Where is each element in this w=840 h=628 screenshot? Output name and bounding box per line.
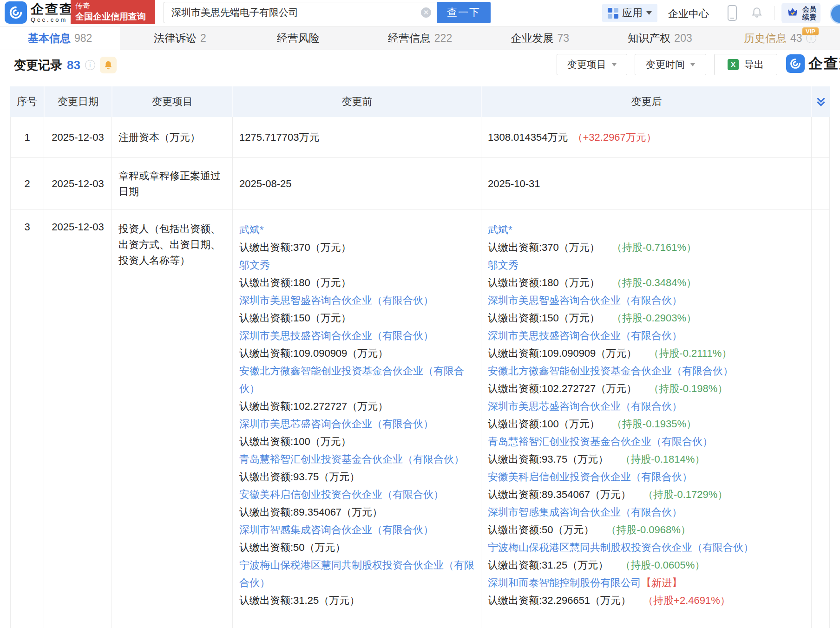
investor-link[interactable]: 安徽北方微鑫智能创业投资基金合伙企业（有限合伙） (488, 365, 733, 377)
change-records-section-bar: 变更记录 83 i 变更项目 变更时间 X 导出 企查查 (0, 50, 840, 79)
top-header: 企查查 Qcc.com 传奇 全国企业信用查询 ✕ 查一下 应用 企业中心 会员… (0, 0, 840, 26)
promo-line1: 传奇 (75, 1, 151, 11)
vip-renew-line1: 会员 (802, 5, 816, 13)
tab-basic-info[interactable]: 基本信息982 (0, 26, 120, 50)
logo-subtitle: Qcc.com (31, 16, 74, 23)
investor-link[interactable]: 深圳和而泰智能控制股份有限公司 (488, 577, 641, 589)
investor-amount: 认缴出资额:150（万元） (239, 309, 474, 327)
tab-intellectual-property[interactable]: 知识产权203 (600, 26, 720, 50)
vip-badge: VIP (802, 27, 819, 35)
tab-business-risk[interactable]: 经营风险 (240, 26, 360, 50)
investor-link[interactable]: 安徽美科启信创业投资合伙企业（有限合伙） (239, 489, 444, 500)
investor-amount: 认缴出资额:100（万元） (239, 433, 474, 451)
investor-link[interactable]: 武斌* (239, 224, 264, 236)
row-after-value: 2025-10-31 (481, 158, 811, 209)
investor-amount: 认缴出资额:180（万元） (239, 274, 474, 292)
investor-amount: 认缴出资额:100（万元）（持股-0.1935%） (488, 415, 805, 433)
col-header-item: 变更项目 (112, 86, 232, 117)
search-button[interactable]: 查一下 (437, 2, 491, 23)
mobile-app-icon[interactable] (728, 5, 737, 21)
investor-link[interactable]: 宁波梅山保税港区慧同共制股权投资合伙企业（有限合伙） (239, 559, 474, 589)
investor-link[interactable]: 深圳市智感集成咨询合伙企业（有限合伙） (488, 506, 682, 518)
col-header-before: 变更前 (232, 86, 481, 117)
investor-link[interactable]: 深圳市美思芯盛咨询合伙企业（有限合伙） (239, 418, 433, 430)
row-no: 1 (10, 117, 44, 157)
caret-down-icon (646, 11, 652, 15)
notifications-bell-icon[interactable] (751, 6, 763, 21)
section-info-icon[interactable]: i (85, 60, 95, 70)
export-button[interactable]: X 导出 (714, 54, 777, 75)
investor-link[interactable]: 宁波梅山保税港区慧同共制股权投资合伙企业（有限合伙） (488, 542, 754, 553)
share-change: （持股-0.2111%） (649, 347, 732, 359)
table-row: 2 2025-12-03 章程或章程修正案通过日期 2025-08-25 202… (10, 158, 830, 210)
capital-increase-delta: （+32.2967万元） (572, 131, 656, 144)
section-count: 83 (67, 58, 80, 72)
investor-link[interactable]: 安徽北方微鑫智能创业投资基金合伙企业（有限合伙） (239, 365, 464, 394)
investor-link[interactable]: 深圳市美思技盛咨询合伙企业（有限合伙） (239, 330, 433, 341)
qcc-logo-icon (5, 1, 27, 24)
investor-link[interactable]: 武斌* (488, 224, 512, 236)
filter-change-time-dropdown[interactable]: 变更时间 (635, 54, 706, 75)
nav-apps-menu[interactable]: 应用 (602, 4, 657, 22)
investor-link[interactable]: 深圳市智感集成咨询合伙企业（有限合伙） (239, 524, 433, 536)
investor-amount: 认缴出资额:370（万元） (239, 239, 474, 256)
nav-enterprise-center[interactable]: 企业中心 (668, 7, 709, 21)
nav-apps-label: 应用 (622, 6, 643, 20)
investor-amount: 认缴出资额:370（万元）（持股-0.7161%） (488, 239, 805, 256)
investor-link[interactable]: 安徽美科启信创业投资合伙企业（有限合伙） (488, 471, 692, 483)
share-change: （持股-0.2903%） (612, 312, 696, 324)
tab-business-info[interactable]: 经营信息222 (360, 26, 480, 50)
row-item: 注册资本（万元） (112, 117, 232, 157)
logo-title: 企查查 (31, 2, 74, 16)
investor-amount: 认缴出资额:93.75（万元）（持股-0.1814%） (488, 451, 805, 468)
investor-link[interactable]: 深圳市美思智盛咨询合伙企业（有限合伙） (239, 294, 433, 306)
row-no: 2 (10, 158, 44, 209)
row-date: 2025-12-03 (44, 210, 112, 628)
share-change: （持股-0.1729%） (643, 489, 728, 500)
vip-crown-icon (786, 5, 800, 21)
share-change: （持股-0.1935%） (612, 418, 696, 430)
promo-banner[interactable]: 传奇 全国企业信用查询 (71, 0, 155, 24)
monitor-bell-button[interactable] (100, 57, 117, 73)
share-change: （持股-0.1814%） (620, 453, 705, 465)
floating-widget-partial[interactable] (830, 4, 840, 24)
col-header-no: 序号 (10, 86, 44, 117)
excel-icon: X (728, 59, 739, 70)
row-no: 3 (10, 210, 44, 628)
qcc-logo[interactable]: 企查查 Qcc.com (5, 1, 74, 24)
row-before-investors: 武斌*认缴出资额:370（万元）邬文秀认缴出资额:180（万元）深圳市美思智盛咨… (232, 210, 481, 628)
investor-link[interactable]: 深圳市美思智盛咨询合伙企业（有限合伙） (488, 294, 682, 306)
investor-link[interactable]: 邬文秀 (488, 259, 518, 271)
investor-amount: 认缴出资额:93.75（万元） (239, 468, 474, 486)
table-row: 1 2025-12-03 注册资本（万元） 1275.717703万元 1308… (10, 117, 830, 158)
investor-amount: 认缴出资额:50（万元） (239, 539, 474, 556)
vip-renew-line2: 续费 (802, 13, 816, 21)
row-after-value: 1308.014354万元 （+32.2967万元） (481, 117, 811, 157)
investor-link[interactable]: 深圳市美思芯盛咨询合伙企业（有限合伙） (488, 400, 682, 412)
share-change: （持股-0.7161%） (612, 242, 696, 253)
share-change: （持股-0.198%） (649, 383, 728, 394)
search-input[interactable] (164, 2, 437, 23)
vip-renew-button[interactable]: 会员 续费 (781, 3, 820, 23)
filter-change-item-dropdown[interactable]: 变更项目 (557, 54, 627, 75)
caret-down-icon (612, 63, 617, 66)
expand-all-icon[interactable] (811, 86, 830, 117)
company-tabs: 基本信息982 法律诉讼2 经营风险 经营信息222 企业发展73 知识产权20… (0, 26, 840, 50)
investor-amount: 认缴出资额:89.354067（万元）（持股-0.1729%） (488, 486, 805, 504)
apps-grid-icon (608, 8, 618, 19)
tab-enterprise-development[interactable]: 企业发展73 (480, 26, 600, 50)
share-change: （持股-0.0968%） (606, 524, 691, 536)
investor-link[interactable]: 深圳市美思技盛咨询合伙企业（有限合伙） (488, 330, 682, 341)
investor-link[interactable]: 邬文秀 (239, 259, 270, 271)
share-change: （持股-0.0605%） (620, 559, 705, 571)
tab-legal-litigation[interactable]: 法律诉讼2 (120, 26, 240, 50)
tab-history-info[interactable]: VIP 历史信息43 i (720, 26, 840, 50)
investor-link[interactable]: 青岛慧裕智汇创业投资基金合伙企业（有限合伙） (488, 436, 713, 447)
brand-watermark: 企查查 (786, 54, 840, 73)
header-divider (774, 6, 774, 20)
investor-link[interactable]: 青岛慧裕智汇创业投资基金合伙企业（有限合伙） (239, 453, 464, 465)
row-date: 2025-12-03 (44, 158, 112, 209)
row-after-investors: 武斌*认缴出资额:370（万元）（持股-0.7161%）邬文秀认缴出资额:180… (481, 210, 811, 628)
investor-amount: 认缴出资额:31.25（万元）（持股-0.0605%） (488, 556, 805, 574)
clear-search-icon[interactable]: ✕ (421, 7, 431, 18)
